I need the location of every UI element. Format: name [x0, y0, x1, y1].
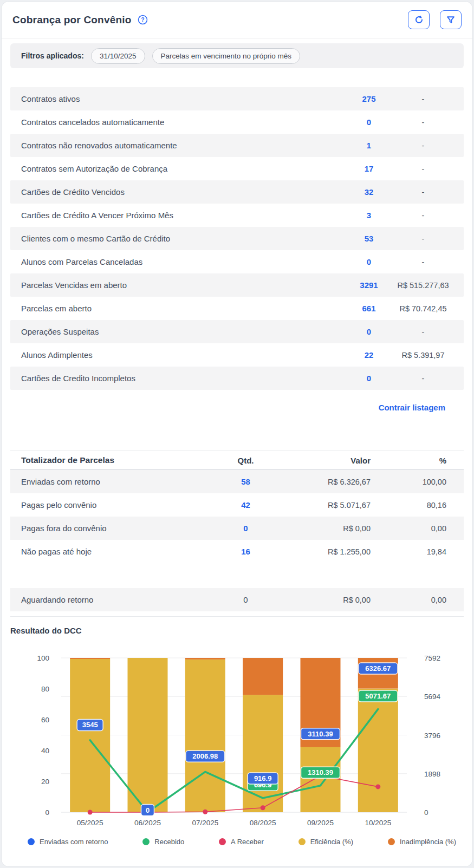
totalizer-row-value: R$ 6.326,67: [328, 478, 377, 486]
totalizer-row-label: Pagas pelo convênio: [21, 500, 215, 510]
summary-row-value: -: [422, 328, 425, 336]
svg-text:6326.67: 6326.67: [365, 664, 391, 673]
left-axis-tick: 0: [45, 808, 49, 817]
filter-chip: Parcelas em vencimento no próprio mês: [152, 48, 301, 64]
legend-item-inadimpl-ncia-[interactable]: Inadimplência (%): [388, 838, 456, 846]
summary-row-label: Contratos sem Autorização de Cobrança: [21, 164, 345, 173]
summary-count-link[interactable]: 22: [365, 350, 374, 360]
totalizer-row: Pagas fora do convênio0R$ 0,000,00: [10, 517, 464, 540]
efficiency-bar: [185, 660, 225, 812]
legend-dot: [298, 838, 306, 845]
card-header: Cobrança por Convênio ?: [2, 2, 472, 38]
totalizer-footer-label: Aguardando retorno: [21, 595, 215, 604]
summary-row-value: R$ 5.391,97: [401, 351, 444, 360]
totalizer-row-label: Não pagas até hoje: [21, 547, 215, 556]
totalizer-row-value: R$ 1.255,00: [328, 547, 377, 556]
summary-row-value: -: [422, 165, 425, 173]
totalizer-qty-link[interactable]: 58: [241, 477, 250, 486]
legend-label: Enviadas com retorno: [40, 838, 108, 846]
summary-count-link[interactable]: 0: [367, 118, 371, 127]
summary-count-link[interactable]: 0: [367, 257, 371, 266]
collapse-list-link[interactable]: Contrair listagem: [379, 403, 445, 412]
summary-count-link[interactable]: 1: [367, 141, 371, 150]
point-label: 3110.39: [301, 728, 340, 740]
summary-count-link[interactable]: 661: [362, 304, 375, 313]
dcc-result-chart: 01898379656947592020406080100696.91310.3…: [10, 638, 467, 833]
efficiency-bar: [128, 658, 168, 812]
data-point-dot: [261, 805, 265, 810]
summary-count-link[interactable]: 17: [365, 164, 374, 173]
point-label: 0: [141, 805, 154, 816]
right-axis-tick: 5694: [424, 693, 441, 701]
summary-count-link[interactable]: 3291: [360, 280, 378, 290]
summary-row-value: -: [422, 234, 425, 243]
right-axis-tick: 0: [424, 808, 428, 817]
filter-button[interactable]: [440, 10, 462, 29]
summary-row-label: Cartões de Crédito A Vencer Próximo Mês: [21, 211, 345, 220]
summary-row: Clientes com o mesmo Cartão de Crédito53…: [10, 227, 464, 250]
data-point-dot: [375, 784, 380, 789]
data-point-dot: [203, 810, 207, 814]
summary-row-label: Clientes com o mesmo Cartão de Crédito: [21, 234, 345, 243]
svg-text:?: ?: [141, 17, 144, 23]
point-label: 6326.67: [359, 663, 398, 674]
summary-row-value: R$ 70.742,45: [399, 304, 446, 313]
summary-row-value: -: [422, 141, 425, 150]
svg-text:916.9: 916.9: [254, 774, 272, 782]
totalizer-row-pct: 0,00: [431, 524, 453, 533]
legend-dot: [219, 838, 226, 845]
summary-row-value: -: [422, 118, 425, 127]
totalizer-qty-link[interactable]: 16: [241, 547, 250, 556]
totalizer-row-pct: 19,84: [427, 547, 453, 556]
delinquency-bar: [243, 658, 283, 695]
summary-row-label: Alunos Adimplentes: [21, 350, 345, 360]
summary-row-value: -: [422, 374, 425, 383]
summary-row: Contratos cancelados automaticamente0-: [10, 110, 464, 134]
summary-count-link[interactable]: 3: [367, 211, 371, 220]
totalizer-row: Enviadas com retorno58R$ 6.326,67100,00: [10, 470, 464, 493]
legend-label: Inadimplência (%): [400, 838, 456, 846]
legend-dot: [388, 838, 395, 845]
efficiency-bar: [70, 659, 110, 812]
legend-label: Recebido: [154, 838, 184, 846]
right-axis-tick: 1898: [424, 770, 440, 778]
summary-row: Alunos Adimplentes22R$ 5.391,97: [10, 343, 464, 367]
summary-row: Alunos com Parcelas Canceladas0-: [10, 250, 464, 273]
summary-row: Parcelas em aberto661R$ 70.742,45: [10, 297, 464, 320]
summary-count-link[interactable]: 0: [367, 327, 371, 336]
legend-item-enviadas-com-retorno[interactable]: Enviadas com retorno: [28, 838, 108, 846]
collapse-row: Contrair listagem: [2, 403, 445, 413]
legend-item-recebido[interactable]: Recebido: [142, 838, 184, 846]
summary-row-label: Contratos ativos: [21, 94, 345, 103]
summary-count-link[interactable]: 0: [367, 374, 371, 383]
totalizer-row-label: Pagas fora do convênio: [21, 524, 215, 533]
totalizer-row-label: Enviadas com retorno: [21, 477, 215, 486]
legend-dot: [28, 838, 35, 845]
point-label: 5071.67: [359, 690, 398, 702]
summary-row-label: Contratos não renovados automaticamente: [21, 141, 345, 150]
refresh-icon: [414, 15, 424, 24]
help-icon[interactable]: ?: [138, 15, 148, 25]
totalizer-qty-link[interactable]: 42: [241, 500, 250, 510]
summary-row: Cartões de Credito Incompletos0-: [10, 367, 464, 390]
delinquency-bar: [185, 658, 225, 660]
summary-count-link[interactable]: 275: [362, 94, 375, 103]
summary-row: Operações Suspeitas0-: [10, 320, 464, 343]
month-label: 09/2025: [307, 819, 334, 827]
legend-item-efici-ncia-[interactable]: Eficiência (%): [298, 838, 353, 846]
svg-text:2006.98: 2006.98: [192, 752, 218, 760]
summary-count-link[interactable]: 32: [365, 187, 374, 197]
data-point-dot: [88, 810, 93, 815]
month-label: 08/2025: [250, 819, 276, 827]
totalizer-qty-link[interactable]: 0: [243, 524, 248, 533]
totalizer-row: Não pagas até hoje16R$ 1.255,0019,84: [10, 540, 464, 563]
page-title: Cobrança por Convênio: [12, 14, 132, 26]
summary-count-link[interactable]: 53: [365, 234, 374, 243]
totalizer-row: Pagas pelo convênio42R$ 5.071,6780,16: [10, 493, 464, 517]
summary-list: Contratos ativos275-Contratos cancelados…: [2, 87, 472, 390]
legend-item-a-receber[interactable]: A Receber: [219, 838, 264, 846]
totalizer-header: Totalizador de Parcelas Qtd.Valor%: [10, 451, 464, 470]
refresh-button[interactable]: [408, 10, 430, 29]
svg-text:1310.39: 1310.39: [308, 768, 333, 776]
summary-row-label: Cartões de Credito Incompletos: [21, 374, 345, 383]
